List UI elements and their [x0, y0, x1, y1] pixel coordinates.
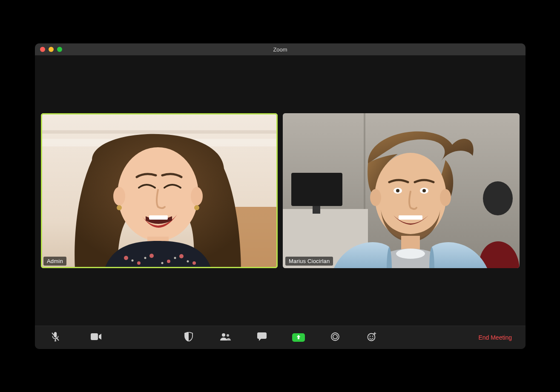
participants-icon — [220, 333, 231, 342]
svg-point-30 — [440, 189, 451, 206]
video-button[interactable] — [89, 330, 104, 345]
svg-point-43 — [333, 335, 337, 339]
zoom-window: Zoom — [35, 43, 526, 349]
svg-point-44 — [368, 334, 375, 341]
shield-icon — [184, 332, 193, 343]
video-grid: Admin — [35, 55, 526, 326]
smiley-plus-icon — [367, 332, 376, 343]
meeting-toolbar: End Meeting — [35, 326, 526, 349]
svg-point-6 — [191, 187, 203, 206]
microphone-icon — [51, 332, 60, 343]
mute-button[interactable] — [48, 330, 63, 345]
svg-rect-2 — [41, 130, 278, 134]
participant-name-label: Admin — [43, 257, 66, 266]
participant-video-placeholder — [41, 113, 278, 268]
svg-point-15 — [179, 254, 184, 258]
svg-point-37 — [396, 249, 425, 259]
svg-point-18 — [144, 257, 146, 259]
svg-point-14 — [167, 260, 170, 263]
video-camera-icon — [91, 333, 102, 342]
toolbar-right-group: End Meeting — [473, 326, 517, 349]
svg-rect-36 — [401, 236, 420, 250]
svg-point-42 — [331, 333, 339, 340]
svg-point-7 — [117, 205, 122, 210]
svg-point-17 — [132, 259, 134, 261]
svg-point-5 — [113, 187, 125, 206]
svg-rect-25 — [291, 173, 342, 206]
svg-point-20 — [174, 257, 176, 259]
svg-point-33 — [396, 189, 399, 192]
svg-rect-39 — [91, 333, 98, 340]
svg-point-40 — [222, 333, 225, 337]
share-screen-button[interactable] — [291, 330, 306, 345]
svg-point-29 — [370, 189, 381, 206]
svg-point-12 — [137, 261, 141, 265]
svg-point-27 — [483, 181, 513, 215]
svg-point-34 — [422, 189, 426, 192]
svg-point-13 — [149, 254, 154, 258]
share-screen-pill — [292, 333, 305, 342]
participants-button[interactable] — [218, 330, 233, 345]
svg-point-41 — [227, 334, 229, 337]
record-icon — [331, 332, 339, 343]
toolbar-left-group — [35, 330, 104, 345]
chat-bubble-icon — [257, 332, 267, 343]
svg-point-16 — [192, 261, 196, 265]
svg-point-19 — [161, 262, 164, 264]
svg-point-46 — [372, 336, 373, 337]
svg-point-11 — [124, 256, 128, 260]
security-button[interactable] — [181, 330, 196, 345]
svg-point-8 — [194, 205, 199, 210]
end-meeting-button[interactable]: End Meeting — [473, 332, 517, 343]
svg-rect-9 — [149, 215, 168, 220]
svg-point-21 — [187, 260, 189, 262]
participant-video-placeholder — [283, 113, 520, 268]
svg-rect-35 — [399, 215, 422, 220]
titlebar: Zoom — [35, 43, 526, 55]
participant-tile[interactable]: Admin — [41, 113, 278, 268]
participant-name-label: Marius Ciocirlan — [285, 257, 333, 266]
chat-button[interactable] — [254, 330, 270, 345]
participant-tile[interactable]: Marius Ciocirlan — [283, 113, 520, 268]
arrow-up-icon — [296, 334, 301, 341]
toolbar-center-group — [181, 330, 379, 345]
window-title: Zoom — [35, 46, 526, 53]
svg-rect-26 — [313, 206, 320, 214]
reactions-button[interactable] — [364, 330, 379, 345]
svg-point-45 — [370, 336, 371, 337]
record-button[interactable] — [327, 330, 343, 345]
